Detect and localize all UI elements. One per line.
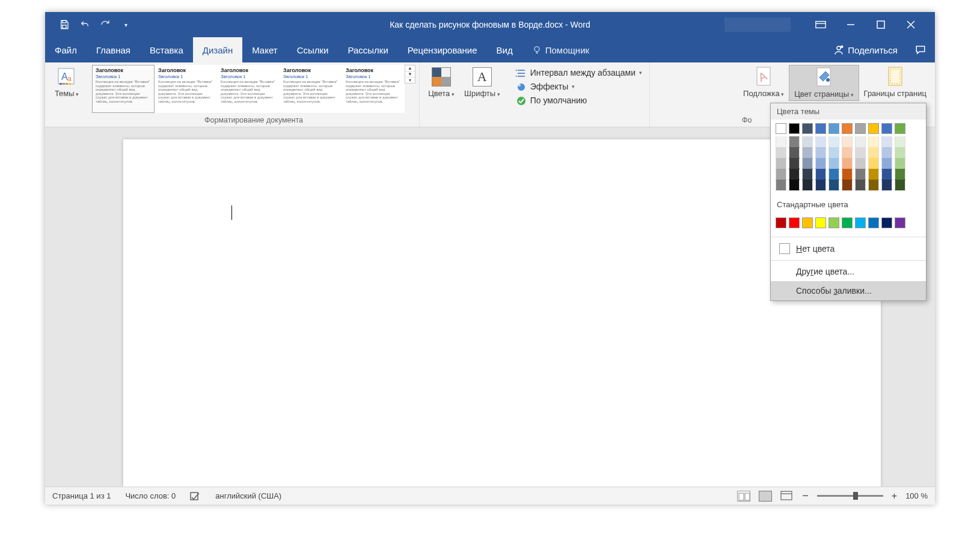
- color-swatch[interactable]: [815, 123, 826, 134]
- color-swatch[interactable]: [789, 158, 800, 169]
- color-swatch[interactable]: [868, 180, 879, 190]
- color-swatch[interactable]: [828, 136, 839, 147]
- close-icon[interactable]: [905, 19, 917, 31]
- color-swatch[interactable]: [815, 147, 826, 158]
- color-swatch[interactable]: [895, 136, 905, 147]
- color-swatch[interactable]: [855, 123, 866, 134]
- account-area[interactable]: [724, 17, 791, 32]
- color-swatch[interactable]: [868, 136, 879, 147]
- color-swatch[interactable]: [802, 217, 813, 228]
- document-formatting-gallery[interactable]: ЗаголовокЗаголовок 1Коллекция на вкладке…: [92, 65, 405, 114]
- no-color-item[interactable]: Нет цвета: [771, 238, 926, 259]
- color-swatch[interactable]: [828, 217, 839, 228]
- color-swatch[interactable]: [828, 158, 839, 169]
- color-swatch[interactable]: [855, 180, 866, 190]
- color-swatch[interactable]: [815, 180, 826, 190]
- tab-layout[interactable]: Макет: [242, 37, 287, 62]
- fonts-button[interactable]: A Шрифты: [459, 65, 505, 100]
- color-swatch[interactable]: [776, 123, 786, 134]
- color-swatch[interactable]: [789, 123, 800, 134]
- color-swatch[interactable]: [855, 158, 866, 169]
- zoom-level[interactable]: 100 %: [905, 491, 928, 500]
- color-swatch[interactable]: [895, 158, 905, 169]
- color-swatch[interactable]: [855, 169, 866, 180]
- style-set-item[interactable]: ЗаголовокЗаголовок 1Коллекция на вкладке…: [280, 65, 342, 113]
- status-language[interactable]: английский (США): [215, 491, 281, 500]
- tab-mailings[interactable]: Рассылки: [338, 37, 397, 62]
- gallery-scroll-down-icon[interactable]: ▼: [405, 71, 415, 77]
- color-swatch[interactable]: [895, 180, 905, 190]
- color-swatch[interactable]: [815, 217, 826, 228]
- effects-button[interactable]: Эффекты▾: [512, 80, 579, 94]
- color-swatch[interactable]: [842, 169, 853, 180]
- color-swatch[interactable]: [828, 169, 839, 180]
- save-icon[interactable]: [58, 19, 70, 31]
- color-swatch[interactable]: [828, 123, 839, 134]
- color-swatch[interactable]: [842, 123, 853, 134]
- tab-design[interactable]: Дизайн: [193, 37, 242, 62]
- color-swatch[interactable]: [802, 169, 813, 180]
- colors-button[interactable]: Цвета: [423, 65, 459, 100]
- view-read-mode-icon[interactable]: [737, 491, 750, 502]
- tab-insert[interactable]: Вставка: [140, 37, 193, 62]
- status-page[interactable]: Страница 1 из 1: [52, 491, 111, 500]
- color-swatch[interactable]: [789, 169, 800, 180]
- color-swatch[interactable]: [881, 180, 892, 190]
- more-colors-item[interactable]: Друггие цвета...ие цвета...: [771, 262, 926, 281]
- view-web-layout-icon[interactable]: [780, 491, 794, 502]
- color-swatch[interactable]: [802, 123, 813, 134]
- color-swatch[interactable]: [895, 123, 905, 134]
- color-swatch[interactable]: [802, 158, 813, 169]
- zoom-out-icon[interactable]: −: [802, 490, 809, 502]
- color-swatch[interactable]: [881, 158, 892, 169]
- color-swatch[interactable]: [789, 217, 800, 228]
- document-page[interactable]: [123, 139, 881, 487]
- color-swatch[interactable]: [842, 136, 853, 147]
- color-swatch[interactable]: [868, 147, 879, 158]
- color-swatch[interactable]: [895, 147, 905, 158]
- set-as-default-button[interactable]: По умолчанию: [512, 94, 591, 108]
- color-swatch[interactable]: [881, 169, 892, 180]
- color-swatch[interactable]: [881, 147, 892, 158]
- tab-review[interactable]: Рецензирование: [398, 37, 487, 62]
- ribbon-display-options-icon[interactable]: [815, 19, 827, 31]
- color-swatch[interactable]: [802, 147, 813, 158]
- color-swatch[interactable]: [828, 147, 839, 158]
- share-button[interactable]: Поделиться: [825, 37, 906, 62]
- zoom-in-icon[interactable]: +: [892, 491, 897, 502]
- color-swatch[interactable]: [868, 123, 879, 134]
- tell-me[interactable]: Помощник: [522, 37, 599, 62]
- style-set-item[interactable]: ЗаголовокЗаголовок 1Коллекция на вкладке…: [342, 65, 405, 113]
- color-swatch[interactable]: [855, 147, 866, 158]
- tab-file[interactable]: Файл: [45, 37, 87, 62]
- tab-view[interactable]: Вид: [487, 37, 522, 62]
- color-swatch[interactable]: [815, 158, 826, 169]
- color-swatch[interactable]: [855, 136, 866, 147]
- color-swatch[interactable]: [881, 136, 892, 147]
- zoom-slider[interactable]: [817, 495, 883, 497]
- zoom-slider-thumb[interactable]: [853, 492, 858, 500]
- color-swatch[interactable]: [789, 180, 800, 190]
- themes-button[interactable]: Aa Темы: [49, 65, 85, 100]
- fill-effects-item[interactable]: Способы заливки...: [771, 281, 926, 300]
- status-word-count[interactable]: Число слов: 0: [125, 491, 176, 500]
- color-swatch[interactable]: [815, 169, 826, 180]
- color-swatch[interactable]: [815, 136, 826, 147]
- comments-icon[interactable]: [906, 37, 935, 62]
- paragraph-spacing-button[interactable]: Интервал между абзацами▾: [512, 66, 646, 80]
- color-swatch[interactable]: [881, 217, 892, 228]
- color-swatch[interactable]: [842, 147, 853, 158]
- color-swatch[interactable]: [776, 169, 786, 180]
- tab-references[interactable]: Ссылки: [287, 37, 338, 62]
- color-swatch[interactable]: [842, 158, 853, 169]
- tab-home[interactable]: Главная: [87, 37, 140, 62]
- color-swatch[interactable]: [842, 180, 853, 190]
- color-swatch[interactable]: [868, 169, 879, 180]
- color-swatch[interactable]: [895, 169, 905, 180]
- color-swatch[interactable]: [842, 217, 853, 228]
- style-set-item[interactable]: ЗаголовокЗаголовок 1Коллекция на вкладке…: [155, 65, 217, 113]
- color-swatch[interactable]: [776, 158, 786, 169]
- redo-icon[interactable]: [99, 19, 111, 31]
- color-swatch[interactable]: [776, 147, 786, 158]
- gallery-scroll-up-icon[interactable]: ▲: [405, 65, 415, 71]
